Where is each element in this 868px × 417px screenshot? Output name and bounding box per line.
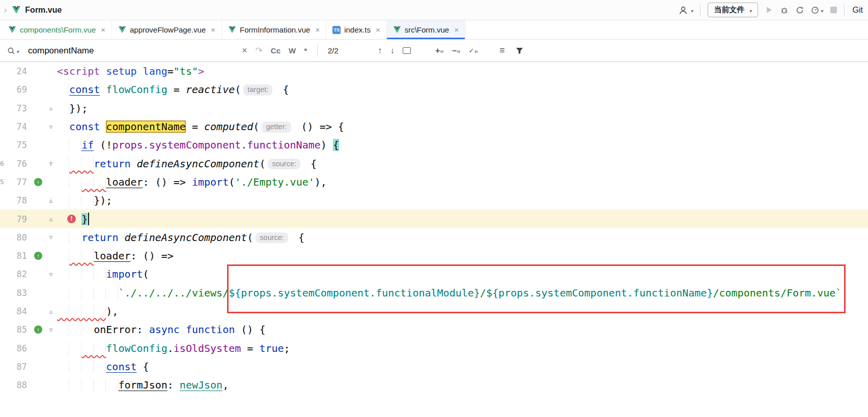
filter-button[interactable] — [516, 47, 523, 54]
tab-src-form-vue[interactable]: src\Form.vue — [387, 20, 465, 39]
line-number[interactable]: 69 — [7, 84, 32, 95]
code-text[interactable]: }); — [57, 102, 868, 114]
line-number[interactable]: 78 — [7, 195, 32, 205]
tab-approveflowpage-vue[interactable]: approveFlowPage.vue — [112, 20, 222, 39]
play-icon — [765, 6, 773, 14]
line-number[interactable]: 88 — [7, 380, 32, 390]
line-number[interactable]: 79 — [7, 214, 32, 224]
debug-button[interactable] — [780, 6, 789, 14]
line-number[interactable]: 84 — [7, 306, 32, 316]
gutter-edge-digit: 5 — [0, 178, 7, 186]
open-in-find-window-button[interactable] — [403, 47, 411, 54]
gutter-fold-slot — [45, 124, 57, 130]
tab-close-icon[interactable] — [101, 25, 105, 34]
gutter-fold-slot — [45, 216, 57, 222]
tab-close-icon[interactable] — [315, 25, 320, 34]
gutter-green-arrow-icon[interactable] — [34, 325, 42, 334]
add-occurrence-button[interactable] — [435, 47, 444, 54]
tab-close-icon[interactable] — [211, 25, 215, 34]
code-text[interactable]: const flowConfig = reactive(target: { — [57, 83, 868, 96]
whole-words-toggle[interactable]: W — [289, 46, 296, 55]
gutter-mark-slot — [32, 325, 45, 334]
bug-icon — [780, 6, 789, 14]
gutter-fold-slot — [45, 271, 57, 278]
line-number[interactable]: 83 — [7, 288, 32, 298]
inlay-hint: getter: — [262, 122, 291, 133]
next-occurrence-button[interactable] — [390, 46, 395, 56]
code-text[interactable]: const { — [57, 361, 868, 373]
git-menu[interactable]: Git — [853, 6, 863, 15]
rerun-button[interactable] — [796, 6, 804, 14]
profiler-button[interactable] — [811, 6, 823, 15]
fold-marker-icon[interactable] — [49, 216, 53, 222]
line-number[interactable]: 85 — [7, 324, 32, 335]
code-area[interactable]: 24<script setup lang="ts">69 const flowC… — [0, 62, 868, 417]
code-text[interactable]: if (!props.systemComponent.functionName)… — [57, 139, 868, 151]
find-bar-divider — [317, 45, 318, 57]
line-number[interactable]: 77 — [7, 177, 32, 187]
line-number[interactable]: 24 — [7, 66, 32, 76]
tab-index-ts[interactable]: TS index.ts — [326, 20, 386, 39]
tab-components-form-vue[interactable]: components\Form.vue — [2, 20, 112, 39]
vue-file-icon — [118, 26, 126, 34]
fold-marker-icon[interactable] — [49, 105, 53, 111]
code-text[interactable]: ), — [57, 305, 868, 317]
search-icon — [7, 47, 15, 55]
code-text[interactable]: loader: () => — [57, 250, 868, 262]
code-text[interactable]: onError: async function () { — [57, 323, 868, 336]
code-text[interactable]: return defineAsyncComponent(source: { — [57, 158, 868, 170]
match-case-toggle[interactable]: Cc — [271, 46, 281, 55]
code-text[interactable]: formJson: newJson, — [57, 379, 868, 391]
line-number[interactable]: 81 — [7, 251, 32, 261]
code-text[interactable]: const componentName = computed(getter: (… — [57, 121, 868, 133]
code-text[interactable]: `./../../../views/${props.systemComponen… — [57, 287, 868, 299]
stop-button[interactable] — [830, 7, 837, 13]
toolbar-divider — [700, 5, 701, 16]
vue-file-icon — [228, 26, 236, 34]
search-options-icon[interactable] — [499, 45, 505, 56]
code-text[interactable]: } — [57, 213, 868, 225]
fold-marker-icon[interactable] — [49, 308, 53, 315]
tab-close-icon[interactable] — [454, 25, 459, 34]
gutter-green-arrow-icon[interactable] — [34, 178, 42, 186]
tab-close-icon[interactable] — [376, 25, 380, 34]
inlay-hint: source: — [256, 232, 288, 244]
code-text[interactable]: loader: () => import('./Empty.vue'), — [57, 176, 868, 188]
previous-occurrence-button[interactable] — [378, 46, 382, 56]
inlay-hint: source: — [268, 159, 300, 170]
fold-marker-icon[interactable] — [49, 124, 53, 130]
search-input[interactable]: componentName — [28, 46, 234, 56]
code-text[interactable]: }); — [57, 194, 868, 206]
line-number[interactable]: 73 — [7, 103, 32, 113]
fold-marker-icon[interactable] — [49, 234, 53, 241]
line-number[interactable]: 80 — [7, 232, 32, 243]
line-number[interactable]: 75 — [7, 140, 32, 150]
remove-occurrence-button[interactable] — [452, 47, 461, 54]
line-number[interactable]: 74 — [7, 122, 32, 132]
fold-marker-icon[interactable] — [49, 271, 53, 278]
regex-toggle[interactable]: * — [304, 46, 307, 55]
clear-search-icon[interactable] — [242, 45, 247, 56]
code-text[interactable]: return defineAsyncComponent(source: { — [57, 231, 868, 244]
run-button[interactable] — [765, 6, 773, 14]
search-mode-button[interactable] — [7, 46, 19, 55]
search-history-icon[interactable] — [256, 45, 263, 56]
code-line-80: 80 return defineAsyncComponent(source: { — [0, 228, 868, 247]
run-configuration-label: 当前文件 — [714, 5, 744, 15]
line-number[interactable]: 86 — [7, 343, 32, 353]
fold-marker-icon[interactable] — [49, 197, 53, 204]
line-number[interactable]: 87 — [7, 362, 32, 372]
gutter-green-arrow-icon[interactable] — [34, 252, 42, 260]
code-text[interactable]: flowConfig.isOldSystem = true; — [57, 342, 868, 354]
run-configuration-select[interactable]: 当前文件 — [708, 3, 758, 17]
fold-marker-icon[interactable] — [49, 326, 53, 333]
code-text[interactable]: <script setup lang="ts"> — [57, 65, 868, 77]
fold-marker-icon[interactable] — [49, 160, 53, 167]
select-all-occurrences-button[interactable] — [469, 47, 478, 54]
line-number[interactable]: 76 — [7, 159, 32, 169]
code-text[interactable]: import( — [57, 268, 868, 280]
code-with-me-button[interactable] — [679, 6, 693, 15]
gutter-fold-slot — [45, 105, 57, 111]
line-number[interactable]: 82 — [7, 269, 32, 279]
tab-forminformation-vue[interactable]: FormInformation.vue — [222, 20, 326, 39]
